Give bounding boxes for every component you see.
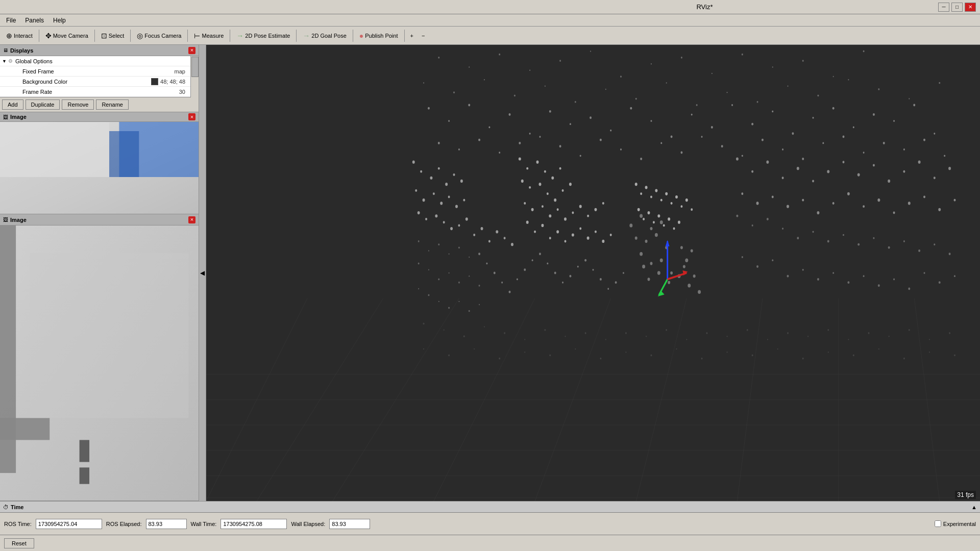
svg-point-254 <box>623 272 624 274</box>
svg-point-126 <box>418 211 420 214</box>
panel-collapse-arrow[interactable]: ◀ <box>199 45 206 501</box>
goal-pose-button[interactable]: → 2D Goal Pose <box>299 29 350 43</box>
svg-point-215 <box>629 223 632 227</box>
svg-point-188 <box>934 177 936 179</box>
svg-rect-11 <box>206 45 980 501</box>
image-panel-1-view[interactable] <box>0 122 199 214</box>
reset-button[interactable]: Reset <box>4 538 34 548</box>
svg-point-134 <box>481 227 483 230</box>
interact-button[interactable]: ⊕ Interact <box>2 29 37 43</box>
svg-point-187 <box>918 161 921 164</box>
svg-point-56 <box>848 79 849 80</box>
ros-time-label: ROS Time: <box>4 521 32 527</box>
move-camera-button[interactable]: ✥ Move Camera <box>41 29 92 43</box>
svg-point-31 <box>559 60 561 62</box>
svg-point-362 <box>650 355 652 357</box>
tree-row-frame-rate[interactable]: Frame Rate 30 <box>0 87 190 97</box>
svg-point-319 <box>648 211 650 214</box>
svg-point-182 <box>842 161 844 163</box>
svg-point-84 <box>913 104 915 106</box>
select-label: Select <box>109 33 125 39</box>
menu-help[interactable]: Help <box>49 16 70 25</box>
svg-point-316 <box>691 208 693 211</box>
svg-point-166 <box>549 237 551 239</box>
svg-point-57 <box>878 88 879 90</box>
wall-time-input[interactable] <box>220 519 287 529</box>
duplicate-display-button[interactable]: Duplicate <box>26 99 60 110</box>
collapse-icon: ◀ <box>200 269 205 277</box>
ros-time-input[interactable] <box>36 519 102 529</box>
svg-point-162 <box>602 202 604 205</box>
focus-camera-button[interactable]: ◎ Focus Camera <box>133 29 185 43</box>
svg-point-83 <box>893 120 895 122</box>
svg-point-244 <box>547 263 548 265</box>
close-button[interactable]: ✕ <box>965 3 976 12</box>
tree-row-fixed-frame[interactable]: Fixed Frame map <box>0 66 190 77</box>
svg-point-54 <box>787 85 788 86</box>
pose-estimate-button[interactable]: → 2D Pose Estimate <box>232 29 294 43</box>
svg-point-264 <box>449 272 450 273</box>
svg-point-294 <box>802 269 804 271</box>
svg-line-18 <box>206 298 307 501</box>
minimize-button[interactable]: ─ <box>938 3 949 12</box>
svg-point-221 <box>677 274 680 278</box>
svg-point-184 <box>873 164 875 166</box>
svg-point-128 <box>435 214 437 217</box>
svg-point-157 <box>564 217 567 220</box>
add-tool-button[interactable]: + <box>407 29 417 43</box>
svg-point-30 <box>529 69 530 70</box>
svg-point-321 <box>657 214 660 217</box>
svg-point-259 <box>458 246 460 248</box>
select-button[interactable]: ⊡ Select <box>97 29 129 43</box>
tree-row-bg-color[interactable]: Background Color 48; 48; 48 <box>0 77 190 87</box>
experimental-checkbox[interactable] <box>935 520 941 527</box>
displays-close-button[interactable] <box>188 47 195 54</box>
svg-line-24 <box>737 298 763 501</box>
wall-time-label: Wall Time: <box>191 521 217 527</box>
image-panel-2-view[interactable] <box>0 226 199 500</box>
svg-point-150 <box>562 189 564 192</box>
tree-row-global-options[interactable]: ▼ ⚙ Global Options <box>0 56 190 66</box>
wall-elapsed-input[interactable] <box>329 519 370 529</box>
frame-rate-value: 30 <box>179 89 185 95</box>
remove-tool-button[interactable]: − <box>418 29 428 43</box>
svg-point-286 <box>903 240 905 242</box>
add-display-button[interactable]: Add <box>2 99 23 110</box>
svg-point-237 <box>494 272 496 274</box>
svg-point-305 <box>635 183 638 186</box>
svg-point-199 <box>877 198 880 202</box>
image-panel-2-close[interactable] <box>188 216 195 223</box>
3d-viewport[interactable]: 31 fps <box>206 45 980 501</box>
svg-point-46 <box>545 85 546 86</box>
rename-display-button[interactable]: Rename <box>96 99 129 110</box>
svg-point-153 <box>531 208 534 211</box>
svg-point-268 <box>418 288 419 289</box>
svg-point-180 <box>812 180 814 182</box>
svg-point-238 <box>501 282 503 284</box>
measure-button[interactable]: ⊢ Measure <box>190 29 228 43</box>
svg-point-33 <box>620 76 622 78</box>
fixed-frame-label: Fixed Frame <box>10 68 175 74</box>
svg-point-207 <box>660 220 663 224</box>
window-title: RViz* <box>471 3 938 11</box>
image-panel-1-close[interactable] <box>188 113 195 120</box>
displays-scrollbar-thumb[interactable] <box>191 57 199 77</box>
menu-file[interactable]: File <box>2 16 20 25</box>
svg-point-70 <box>630 107 632 110</box>
goal-pose-icon: → <box>303 32 310 40</box>
displays-tree[interactable]: ▼ ⚙ Global Options Fixed Frame map Backg… <box>0 56 190 97</box>
svg-point-51 <box>696 104 698 106</box>
svg-point-155 <box>549 214 551 217</box>
svg-point-317 <box>638 208 640 211</box>
svg-point-176 <box>751 170 753 173</box>
svg-point-284 <box>873 237 874 239</box>
remove-display-button[interactable]: Remove <box>62 99 94 110</box>
publish-point-button[interactable]: ● Publish Point <box>355 29 402 43</box>
ros-elapsed-input[interactable] <box>146 519 187 529</box>
menu-panels[interactable]: Panels <box>21 16 48 25</box>
maximize-button[interactable]: □ <box>951 3 963 12</box>
image-panel-1-title: Image <box>10 114 27 120</box>
svg-point-121 <box>433 192 435 195</box>
svg-point-346 <box>827 329 829 331</box>
displays-scrollbar[interactable] <box>190 56 199 97</box>
